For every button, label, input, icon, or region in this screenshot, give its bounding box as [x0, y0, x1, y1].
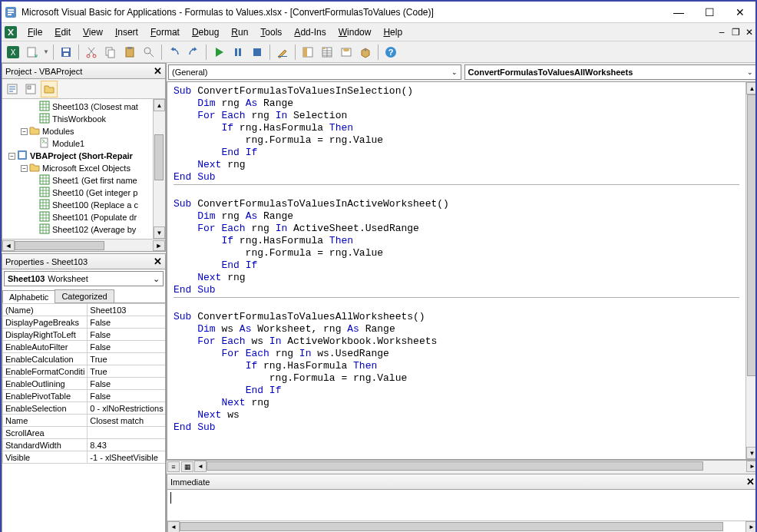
properties-object-select[interactable]: Sheet103 Worksheet ⌄ [4, 271, 164, 286]
menu-file[interactable]: File [21, 25, 48, 39]
paste-button[interactable] [121, 44, 138, 61]
project-panel-header[interactable]: Project - VBAProject ✕ [2, 64, 165, 79]
doc-close-button[interactable]: ✕ [743, 26, 755, 38]
minimize-button[interactable]: — [663, 3, 694, 21]
break-button[interactable] [230, 44, 246, 61]
find-button[interactable] [140, 44, 157, 61]
cut-button[interactable] [83, 44, 100, 61]
scroll-up-button[interactable]: ▲ [154, 99, 165, 111]
property-value[interactable]: -1 - xlSheetVisible [88, 451, 165, 464]
prop-tab-alphabetic[interactable]: Alphabetic [2, 290, 55, 303]
excel-icon[interactable] [5, 26, 17, 38]
full-module-view-button[interactable]: ▦ [181, 461, 193, 472]
property-row[interactable]: EnableSelection0 - xlNoRestrictions [3, 402, 166, 415]
property-row[interactable]: DisplayPageBreaksFalse [3, 316, 166, 329]
menu-insert[interactable]: Insert [109, 25, 144, 39]
tree-item[interactable]: Sheet10 (Get integer p [2, 187, 153, 199]
copy-button[interactable] [102, 44, 119, 61]
property-row[interactable]: ScrollArea [3, 427, 166, 439]
property-value[interactable]: False [88, 341, 165, 353]
property-value[interactable]: Closest match [88, 415, 165, 427]
menu-debug[interactable]: Debug [186, 25, 225, 39]
menu-edit[interactable]: Edit [48, 25, 77, 39]
run-button[interactable] [210, 44, 227, 61]
menu-help[interactable]: Help [377, 25, 408, 39]
scroll-right-button[interactable]: ► [746, 461, 757, 472]
tree-item[interactable]: Sheet101 (Populate dr [2, 211, 153, 223]
toolbox-button[interactable] [357, 44, 374, 61]
property-row[interactable]: StandardWidth8.43 [3, 439, 166, 451]
property-row[interactable]: Visible-1 - xlSheetVisible [3, 451, 166, 464]
properties-panel-header[interactable]: Properties - Sheet103 ✕ [2, 254, 165, 269]
tree-item[interactable]: Sheet103 (Closest mat [2, 101, 153, 113]
property-value[interactable]: 0 - xlNoRestrictions [88, 402, 165, 415]
property-row[interactable]: EnableAutoFilterFalse [3, 341, 166, 353]
property-value[interactable]: True [88, 365, 165, 378]
property-value[interactable]: False [88, 378, 165, 390]
scroll-up-button[interactable]: ▲ [746, 82, 757, 94]
undo-button[interactable] [166, 44, 183, 61]
toggle-folders-button[interactable] [41, 81, 58, 97]
immediate-hscrollbar[interactable]: ◄ ► [167, 520, 757, 532]
view-code-button[interactable] [4, 81, 21, 97]
code-vscrollbar[interactable]: ▲ ▼ [745, 82, 757, 459]
menu-tools[interactable]: Tools [254, 25, 288, 39]
property-value[interactable]: Sheet103 [88, 304, 165, 316]
save-button[interactable] [58, 44, 74, 61]
scroll-down-button[interactable]: ▼ [746, 447, 757, 459]
reset-button[interactable] [249, 44, 266, 61]
property-row[interactable]: DisplayRightToLeftFalse [3, 329, 166, 341]
tree-item[interactable]: ThisWorkbook [2, 113, 153, 125]
view-excel-button[interactable]: X [5, 44, 21, 61]
tree-item[interactable]: −Modules [2, 125, 153, 137]
tree-item[interactable]: Module1 [2, 137, 153, 150]
properties-window-button[interactable] [319, 44, 336, 61]
dropdown-arrow-icon[interactable]: ▼ [43, 48, 49, 55]
menu-add-ins[interactable]: Add-Ins [288, 25, 332, 39]
property-value[interactable]: True [88, 353, 165, 365]
menu-view[interactable]: View [77, 25, 109, 39]
property-row[interactable]: EnableOutliningFalse [3, 378, 166, 390]
property-row[interactable]: NameClosest match [3, 415, 166, 427]
property-row[interactable]: EnableCalculationTrue [3, 353, 166, 365]
scroll-down-button[interactable]: ▼ [154, 226, 165, 239]
tree-item[interactable]: −VBAProject (Short-Repair [2, 150, 153, 162]
scroll-left-button[interactable]: ◄ [167, 521, 180, 532]
scroll-right-button[interactable]: ► [153, 240, 165, 251]
property-row[interactable]: EnablePivotTableFalse [3, 390, 166, 402]
procedure-view-button[interactable]: ≡ [167, 461, 180, 472]
procedure-combo[interactable]: ConvertFormulasToValuesAllWorksheets ⌄ [464, 64, 758, 80]
property-value[interactable]: False [88, 329, 165, 341]
scroll-left-button[interactable]: ◄ [2, 240, 15, 251]
project-close-button[interactable]: ✕ [154, 65, 162, 77]
tree-item[interactable]: −Microsoft Excel Objects [2, 162, 153, 174]
property-value[interactable]: False [88, 390, 165, 402]
menu-window[interactable]: Window [332, 25, 378, 39]
properties-close-button[interactable]: ✕ [154, 256, 162, 267]
properties-grid[interactable]: (Name)Sheet103DisplayPageBreaksFalseDisp… [2, 303, 165, 532]
menu-format[interactable]: Format [144, 25, 186, 39]
property-value[interactable] [88, 427, 165, 439]
project-hscrollbar[interactable]: ◄ ► [2, 239, 165, 251]
maximize-button[interactable]: ☐ [694, 3, 725, 21]
help-button[interactable]: ? [382, 44, 399, 61]
doc-minimize-button[interactable]: – [716, 26, 728, 38]
property-value[interactable]: 8.43 [88, 439, 165, 451]
scroll-left-button[interactable]: ◄ [194, 461, 207, 472]
immediate-input[interactable] [167, 490, 757, 520]
insert-dropdown[interactable] [24, 44, 41, 61]
close-button[interactable]: ✕ [725, 3, 755, 21]
view-object-button[interactable] [22, 81, 39, 97]
tree-item[interactable]: Sheet102 (Average by [2, 223, 153, 236]
code-editor[interactable]: Sub ConvertFormulasToValuesInSelection()… [167, 82, 745, 459]
immediate-close-button[interactable]: ✕ [746, 476, 755, 487]
menu-run[interactable]: Run [225, 25, 254, 39]
tree-item[interactable]: Sheet100 (Replace a c [2, 199, 153, 211]
project-vscrollbar[interactable]: ▲ ▼ [153, 99, 165, 239]
design-mode-button[interactable] [274, 44, 291, 61]
doc-restore-button[interactable]: ❐ [729, 26, 742, 38]
immediate-panel-header[interactable]: Immediate ✕ [167, 474, 757, 490]
property-row[interactable]: EnableFormatConditiTrue [3, 365, 166, 378]
project-tree[interactable]: Sheet103 (Closest matThisWorkbook−Module… [2, 99, 153, 239]
project-explorer-button[interactable] [299, 44, 316, 61]
